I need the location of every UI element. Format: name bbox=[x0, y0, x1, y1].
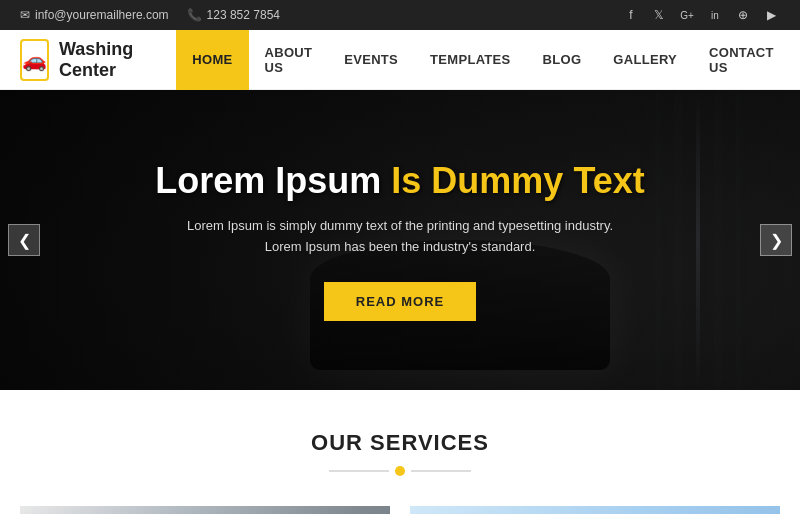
service-card-1-image bbox=[20, 506, 390, 514]
site-logo: 🚗 Washing Center bbox=[20, 39, 146, 81]
phone-icon: 📞 bbox=[187, 8, 202, 22]
service-card-2-image bbox=[410, 506, 780, 514]
linkedin-link[interactable]: in bbox=[706, 6, 724, 24]
nav-about[interactable]: ABOUT US bbox=[249, 30, 329, 90]
nav-home[interactable]: HOME bbox=[176, 30, 248, 90]
site-header: 🚗 Washing Center HOME ABOUT US EVENTS TE… bbox=[0, 30, 800, 90]
section-title: OUR SERVICES bbox=[20, 430, 780, 456]
phone-text: 123 852 7854 bbox=[207, 8, 280, 22]
hero-title: Lorem Ipsum Is Dummy Text bbox=[155, 159, 644, 202]
section-header: OUR SERVICES bbox=[20, 430, 780, 476]
service-card-2: OUR SERVICES TITLE 2 Lorem ipsum dolor s… bbox=[410, 506, 780, 514]
hero-content: Lorem Ipsum Is Dummy Text Lorem Ipsum is… bbox=[115, 159, 684, 321]
services-section: OUR SERVICES OUR SERVICES TITLE 1 Lorem … bbox=[0, 390, 800, 514]
divider-dot bbox=[395, 466, 405, 476]
nav-templates[interactable]: TEMPLATES bbox=[414, 30, 526, 90]
hero-cta-button[interactable]: READ MORE bbox=[324, 282, 476, 321]
service-card-1: OUR SERVICES TITLE 1 Lorem ipsum dolor s… bbox=[20, 506, 390, 514]
google-plus-link[interactable]: G+ bbox=[678, 6, 696, 24]
nav-events[interactable]: EVENTS bbox=[328, 30, 414, 90]
email-icon: ✉ bbox=[20, 8, 30, 22]
hero-title-white: Lorem Ipsum bbox=[155, 160, 381, 201]
main-nav: HOME ABOUT US EVENTS TEMPLATES BLOG GALL… bbox=[176, 30, 789, 90]
car1-graphic bbox=[20, 506, 390, 514]
section-divider bbox=[20, 466, 780, 476]
contact-info: ✉ info@youremailhere.com 📞 123 852 7854 bbox=[20, 8, 280, 22]
hero-title-yellow: Is Dummy Text bbox=[391, 160, 644, 201]
hero-subtitle: Lorem Ipsum is simply dummy text of the … bbox=[155, 216, 644, 258]
social-links: f 𝕏 G+ in ⊕ ▶ bbox=[622, 6, 780, 24]
phone-info: 📞 123 852 7854 bbox=[187, 8, 280, 22]
twitter-link[interactable]: 𝕏 bbox=[650, 6, 668, 24]
email-info: ✉ info@youremailhere.com bbox=[20, 8, 169, 22]
top-bar: ✉ info@youremailhere.com 📞 123 852 7854 … bbox=[0, 0, 800, 30]
services-grid: OUR SERVICES TITLE 1 Lorem ipsum dolor s… bbox=[20, 506, 780, 514]
hero-subtitle-line1: Lorem Ipsum is simply dummy text of the … bbox=[187, 218, 613, 233]
rss-link[interactable]: ⊕ bbox=[734, 6, 752, 24]
nav-blog[interactable]: BLOG bbox=[527, 30, 598, 90]
hero-section: ❮ Lorem Ipsum Is Dummy Text Lorem Ipsum … bbox=[0, 90, 800, 390]
nav-gallery[interactable]: GALLERY bbox=[597, 30, 693, 90]
facebook-link[interactable]: f bbox=[622, 6, 640, 24]
hero-prev-arrow[interactable]: ❮ bbox=[8, 224, 40, 256]
nav-contact[interactable]: CONTACT US bbox=[693, 30, 790, 90]
email-text: info@youremailhere.com bbox=[35, 8, 169, 22]
hero-next-arrow[interactable]: ❯ bbox=[760, 224, 792, 256]
logo-text: Washing Center bbox=[59, 39, 146, 81]
logo-icon: 🚗 bbox=[20, 39, 49, 81]
car2-graphic bbox=[410, 506, 780, 514]
hero-subtitle-line2: Lorem Ipsum has been the industry's stan… bbox=[265, 239, 536, 254]
youtube-link[interactable]: ▶ bbox=[762, 6, 780, 24]
